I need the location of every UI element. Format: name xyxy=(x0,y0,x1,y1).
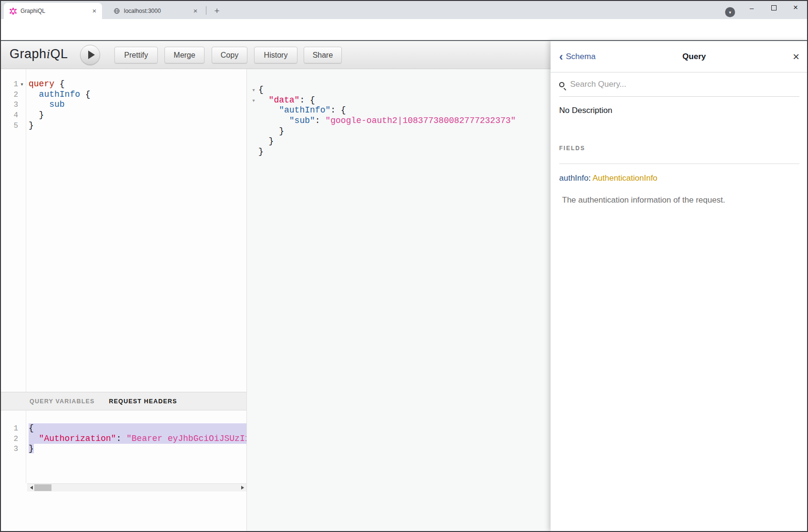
triangle-left-icon xyxy=(30,486,33,490)
tab-close-icon[interactable]: × xyxy=(192,7,199,15)
code-text: } xyxy=(29,110,246,121)
code-line: 1{ xyxy=(0,423,246,434)
code-text: "sub": "google-oauth2|108377380082777232… xyxy=(258,116,551,126)
left-pane: 1▾query {2 authInfo {3 sub4 }5} QUERY VA… xyxy=(0,69,246,531)
line-number: 1 xyxy=(0,424,18,433)
tab-close-icon[interactable]: × xyxy=(91,7,98,15)
field-type-link[interactable]: AuthenticationInfo xyxy=(593,174,657,183)
code-line: } xyxy=(247,126,551,137)
tab-search-button[interactable]: ▾ xyxy=(725,7,735,17)
doc-search-input[interactable] xyxy=(569,79,799,90)
code-text: } xyxy=(258,126,551,137)
address-bar: ← → localhost:3000 UO P + xyxy=(0,19,808,40)
tab-divider xyxy=(206,6,206,15)
selected-text: } xyxy=(29,444,34,453)
field-separator: : xyxy=(588,174,593,183)
code-text: "authInfo": { xyxy=(258,105,551,116)
code-text: sub xyxy=(29,100,246,110)
triangle-right-icon xyxy=(241,486,244,490)
graphiql-logo: GraphiQL xyxy=(10,47,68,61)
tab-strip: GraphiQL × localhost:3000 × + ▾ – × xyxy=(0,0,808,19)
code-text: } xyxy=(29,121,246,131)
tab-query-variables[interactable]: QUERY VARIABLES xyxy=(30,398,95,405)
search-icon xyxy=(559,82,564,87)
doc-explorer-header: ‹ Schema Query × xyxy=(551,41,808,72)
copy-button[interactable]: Copy xyxy=(212,47,247,63)
share-button[interactable]: Share xyxy=(304,47,342,63)
code-line: } xyxy=(247,147,551,157)
line-number: 3 xyxy=(0,101,18,109)
doc-search xyxy=(559,79,799,97)
code-line: 5} xyxy=(0,121,246,131)
line-number: 4 xyxy=(0,111,18,120)
doc-close-icon[interactable]: × xyxy=(793,52,799,61)
line-number: 2 xyxy=(0,91,18,99)
code-text: } xyxy=(29,444,246,454)
doc-no-description: No Description xyxy=(559,106,613,115)
doc-field-description: The authentication information of the re… xyxy=(562,195,725,205)
prettify-button[interactable]: Prettify xyxy=(114,47,158,63)
chevron-left-icon: ‹ xyxy=(559,52,563,61)
code-line: 2 "Authorization": "Bearer eyJhbGciOiJSU… xyxy=(0,434,246,444)
doc-fields-label: FIELDS xyxy=(559,145,585,152)
result-pane: ▾{▾ "data": { "authInfo": { "sub": "goog… xyxy=(247,69,551,531)
horizontal-scrollbar[interactable] xyxy=(27,483,246,491)
window-maximize-button[interactable] xyxy=(763,0,785,15)
window-close-button[interactable]: × xyxy=(785,0,807,15)
chevron-down-icon: ▾ xyxy=(729,10,731,15)
code-line: 4 } xyxy=(0,110,246,121)
code-text: "Authorization": "Bearer eyJhbGciOiJSUzI… xyxy=(29,434,246,444)
field-name-link[interactable]: authInfo xyxy=(559,174,588,183)
query-editor[interactable]: 1▾query {2 authInfo {3 sub4 }5} xyxy=(0,69,246,392)
code-line: 1▾query { xyxy=(0,79,246,90)
gutter-divider xyxy=(26,410,26,483)
doc-back-link[interactable]: ‹ Schema xyxy=(559,52,595,61)
graphiql-toolbar: GraphiQL Prettify Merge Copy History Sha… xyxy=(0,41,551,69)
window-minimize-button[interactable]: – xyxy=(741,0,763,15)
code-line: ▾{ xyxy=(247,85,551,95)
code-text: "data": { xyxy=(258,95,551,106)
globe-icon xyxy=(113,8,120,14)
gutter-divider xyxy=(26,69,26,392)
line-number: 1 xyxy=(0,80,18,89)
code-line: 3 sub xyxy=(0,100,246,110)
code-line: } xyxy=(247,136,551,147)
new-tab-button[interactable]: + xyxy=(211,5,223,17)
tab-localhost[interactable]: localhost:3000 × xyxy=(108,3,203,19)
fold-arrow-icon[interactable]: ▾ xyxy=(249,98,258,103)
scroll-right-button[interactable] xyxy=(238,484,246,491)
execute-query-button[interactable] xyxy=(80,45,100,65)
variables-tab-bar: QUERY VARIABLES REQUEST HEADERS xyxy=(0,392,246,410)
line-number: 3 xyxy=(0,445,18,453)
chrome-page-divider xyxy=(0,40,808,41)
graphiql-content: 1▾query {2 authInfo {3 sub4 }5} QUERY VA… xyxy=(0,69,551,531)
code-line: 2 authInfo { xyxy=(0,90,246,100)
doc-fields-divider xyxy=(559,164,799,164)
fold-arrow-icon[interactable]: ▾ xyxy=(249,88,258,92)
code-text: { xyxy=(258,85,551,95)
history-button[interactable]: History xyxy=(254,47,297,63)
doc-back-label: Schema xyxy=(566,52,595,61)
code-text: query { xyxy=(29,79,246,90)
tab-request-headers[interactable]: REQUEST HEADERS xyxy=(109,398,177,405)
code-text: authInfo { xyxy=(29,90,246,100)
fold-arrow-icon[interactable]: ▾ xyxy=(18,82,26,87)
doc-explorer-panel: ‹ Schema Query × No Description FIELDS a… xyxy=(551,41,808,531)
code-text: } xyxy=(258,136,551,147)
graphql-logo-icon xyxy=(10,8,17,15)
code-line: ▾ "data": { xyxy=(247,95,551,106)
tab-title: GraphiQL xyxy=(20,8,91,14)
code-text: { xyxy=(29,423,246,434)
tab-graphiql[interactable]: GraphiQL × xyxy=(4,3,102,19)
tab-title: localhost:3000 xyxy=(124,8,192,14)
scrollbar-thumb[interactable] xyxy=(34,484,51,491)
code-text: } xyxy=(258,147,551,157)
maximize-icon xyxy=(771,5,777,10)
play-icon xyxy=(88,51,95,59)
doc-field-row: authInfo: AuthenticationInfo xyxy=(559,174,657,183)
doc-title: Query xyxy=(595,52,793,61)
graphiql-app: GraphiQL Prettify Merge Copy History Sha… xyxy=(0,41,808,531)
code-line: 3} xyxy=(0,444,246,454)
merge-button[interactable]: Merge xyxy=(164,47,205,63)
request-headers-editor[interactable]: 1{2 "Authorization": "Bearer eyJhbGciOiJ… xyxy=(0,410,246,483)
